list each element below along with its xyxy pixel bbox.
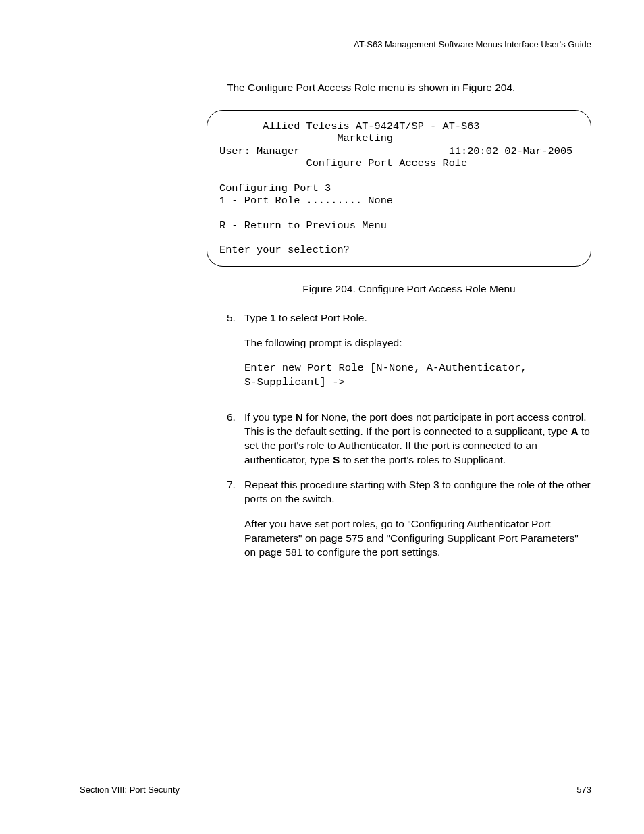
figure-caption: Figure 204. Configure Port Access Role M… [227,283,591,295]
term-line: Allied Telesis AT-9424T/SP - AT-S63 [219,120,480,132]
terminal-screen: Allied Telesis AT-9424T/SP - AT-S63 Mark… [207,110,591,267]
footer-section: Section VIII: Port Security [80,785,180,795]
term-line: R - Return to Previous Menu [219,219,387,232]
step-number: 7. [227,478,244,560]
page: AT-S63 Management Software Menus Interfa… [0,0,644,834]
step-text: Repeat this procedure starting with Step… [244,478,591,506]
code-prompt: Enter new Port Role [N-None, A-Authentic… [244,361,591,390]
term-prompt: Enter your selection? [219,244,350,256]
page-header: AT-S63 Management Software Menus Interfa… [80,39,591,49]
footer-page-number: 573 [576,785,591,795]
term-line: Marketing [219,132,393,145]
term-menu-title: Configure Port Access Role [219,157,467,170]
step-text: The following prompt is displayed: [244,336,591,350]
term-line: 1 - Port Role ......... None [219,194,393,207]
term-user-right: 11:20:02 02-Mar-2005 [449,145,573,157]
term-user-left: User: Manager [219,145,300,157]
step-text: After you have set port roles, go to "Co… [244,517,591,560]
step-text: Type 1 to select Port Role. [244,311,591,325]
term-line: Configuring Port 3 [219,182,331,194]
step-5: 5. Type 1 to select Port Role. The follo… [227,311,591,400]
page-footer: Section VIII: Port Security 573 [80,785,591,795]
content-area: The Configure Port Access Role menu is s… [227,82,591,560]
step-number: 5. [227,311,244,400]
intro-text: The Configure Port Access Role menu is s… [227,82,591,94]
step-7: 7. Repeat this procedure starting with S… [227,478,591,560]
step-6: 6. If you type N for None, the port does… [227,411,591,467]
step-text: If you type N for None, the port does no… [244,411,591,467]
step-number: 6. [227,411,244,467]
